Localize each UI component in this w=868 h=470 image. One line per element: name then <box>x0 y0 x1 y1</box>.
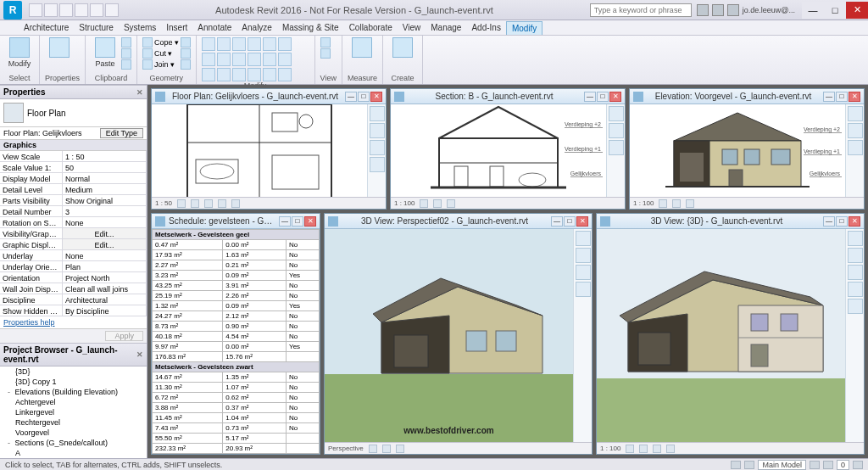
pin-icon[interactable] <box>263 53 276 66</box>
schedule-cell[interactable]: Yes <box>287 271 320 281</box>
prop-value[interactable]: Architectural <box>63 294 147 305</box>
browser-node[interactable]: A <box>0 448 147 458</box>
schedule-cell[interactable]: 0.00 m² <box>223 342 287 352</box>
view-tool-2[interactable] <box>320 48 331 59</box>
tool-f-icon[interactable] <box>278 68 292 81</box>
view-close-icon[interactable]: ✕ <box>370 92 382 102</box>
qat-more-icon[interactable] <box>105 3 119 17</box>
qat-redo-icon[interactable] <box>75 3 88 17</box>
schedule-cell[interactable]: 2.12 m² <box>223 311 287 322</box>
vs-icon[interactable] <box>672 199 681 208</box>
vs-icon[interactable] <box>177 199 186 208</box>
schedule-cell[interactable]: 43.25 m² <box>153 281 223 291</box>
navcube-icon[interactable] <box>609 106 624 121</box>
geom-tool-2[interactable] <box>181 48 191 59</box>
worksets-dropdown[interactable]: Main Model <box>758 460 806 470</box>
rotate-icon[interactable] <box>278 37 292 51</box>
view-min-icon[interactable]: — <box>345 92 357 102</box>
schedule-cell[interactable]: 8.73 m² <box>153 322 223 332</box>
schedule-cell[interactable]: 20.93 m² <box>223 444 287 454</box>
user-name[interactable]: jo.de.leeuw@... <box>743 6 795 14</box>
cope-button[interactable]: Cope ▾ <box>142 37 179 48</box>
schedule-cell[interactable]: 3.23 m² <box>153 271 223 281</box>
pan-icon[interactable] <box>848 282 863 297</box>
browser-panel-title[interactable]: Project Browser - G_launch-event.rvt✕ <box>0 343 147 366</box>
schedule-cell[interactable]: Yes <box>287 342 320 352</box>
pan-icon[interactable] <box>848 140 863 155</box>
schedule-cell[interactable] <box>287 352 320 362</box>
exchange-icon[interactable] <box>712 4 724 16</box>
schedule-cell[interactable]: No <box>287 403 320 413</box>
view-min-icon[interactable]: — <box>823 92 835 102</box>
schedule-cell[interactable] <box>287 444 320 454</box>
schedule-cell[interactable]: No <box>287 291 320 301</box>
schedule-cell[interactable]: 1.35 m² <box>223 372 287 383</box>
measure-button[interactable] <box>348 37 376 58</box>
schedule-cell[interactable]: 0.62 m² <box>223 393 287 403</box>
navcube-icon[interactable] <box>848 231 863 246</box>
qat-print-icon[interactable] <box>90 3 103 17</box>
schedule-cell[interactable]: 1.32 m² <box>153 301 223 311</box>
schedule-cell[interactable]: Yes <box>287 301 320 311</box>
pan-icon[interactable] <box>609 140 624 155</box>
schedule-cell[interactable]: 9.97 m² <box>153 342 223 352</box>
prop-value[interactable]: None <box>63 217 147 228</box>
geom-tool-1[interactable] <box>181 37 191 48</box>
browser-node[interactable]: Achtergevel <box>0 397 147 407</box>
browser-node[interactable]: Rechtergevel <box>0 417 147 428</box>
tab-systems[interactable]: Systems <box>119 21 161 34</box>
schedule-cell[interactable]: 2.26 m² <box>223 291 287 301</box>
schedule-cell[interactable]: 55.50 m² <box>153 434 223 444</box>
schedule-cell[interactable]: 11.45 m² <box>153 413 223 423</box>
section-canvas[interactable]: Verdieping +2Verdieping +1Gelijkvloers <box>391 104 606 197</box>
tab-insert[interactable]: Insert <box>161 21 192 34</box>
browser-node[interactable]: - Elevations (Building Elevation) <box>0 387 147 397</box>
prop-value[interactable]: Medium <box>63 184 147 195</box>
apply-button[interactable]: Apply <box>105 331 143 341</box>
properties-category-header[interactable]: Graphics <box>0 140 147 151</box>
schedule-cell[interactable]: No <box>287 423 320 434</box>
view-min-icon[interactable]: — <box>584 92 596 102</box>
schedule-cell[interactable]: 11.30 m² <box>153 383 223 393</box>
view-max-icon[interactable]: □ <box>358 92 370 102</box>
tool-d-icon[interactable] <box>248 68 261 81</box>
prop-value[interactable]: 50 <box>63 162 147 173</box>
schedule-cell[interactable]: 1.07 m² <box>223 383 287 393</box>
vs-icon[interactable] <box>218 199 226 208</box>
vs-icon[interactable] <box>686 199 694 208</box>
schedule-cell[interactable]: 0.73 m² <box>223 423 287 434</box>
zoom-icon[interactable] <box>370 157 385 172</box>
tool-a-icon[interactable] <box>202 68 215 81</box>
perspective-canvas[interactable]: www.bestofdriver.com <box>325 229 573 442</box>
schedule-cell[interactable]: 3.91 m² <box>223 281 287 291</box>
vs-icon[interactable] <box>639 445 648 453</box>
schedule-cell[interactable]: 2.27 m² <box>153 260 223 271</box>
tab-massingsite[interactable]: Massing & Site <box>277 21 344 34</box>
qat-undo-icon[interactable] <box>59 3 73 17</box>
tab-architecture[interactable]: Architecture <box>19 21 74 34</box>
geom-tool-3[interactable] <box>181 59 191 70</box>
view-max-icon[interactable]: □ <box>836 92 848 102</box>
sb-icon[interactable] <box>744 461 754 469</box>
view-tool-1[interactable] <box>320 37 331 48</box>
search-input[interactable] <box>590 3 692 17</box>
prop-value[interactable]: Clean all wall joins <box>63 283 147 294</box>
schedule-cell[interactable]: 4.54 m² <box>223 332 287 342</box>
pan-icon[interactable] <box>576 282 591 297</box>
pan-icon[interactable] <box>370 140 385 155</box>
properties-help-link[interactable]: Properties help <box>0 316 147 328</box>
schedule-cell[interactable]: No <box>287 311 320 322</box>
vs-icon[interactable] <box>382 445 391 453</box>
schedule-cell[interactable]: No <box>287 332 320 342</box>
floorplan-canvas[interactable] <box>152 104 367 197</box>
tab-addins[interactable]: Add-Ins <box>466 21 505 34</box>
vs-icon[interactable] <box>653 445 661 453</box>
cut-button[interactable]: Cut ▾ <box>142 48 179 59</box>
schedule-canvas[interactable]: Metselwerk - Gevelsteen geel0.47 m²0.00 … <box>152 229 320 454</box>
tab-annotate[interactable]: Annotate <box>192 21 236 34</box>
schedule-cell[interactable]: 24.27 m² <box>153 311 223 322</box>
app-icon[interactable]: R <box>3 1 22 20</box>
view-max-icon[interactable]: □ <box>292 216 303 227</box>
orbit-icon[interactable] <box>848 265 863 280</box>
trim-icon[interactable] <box>202 53 215 66</box>
